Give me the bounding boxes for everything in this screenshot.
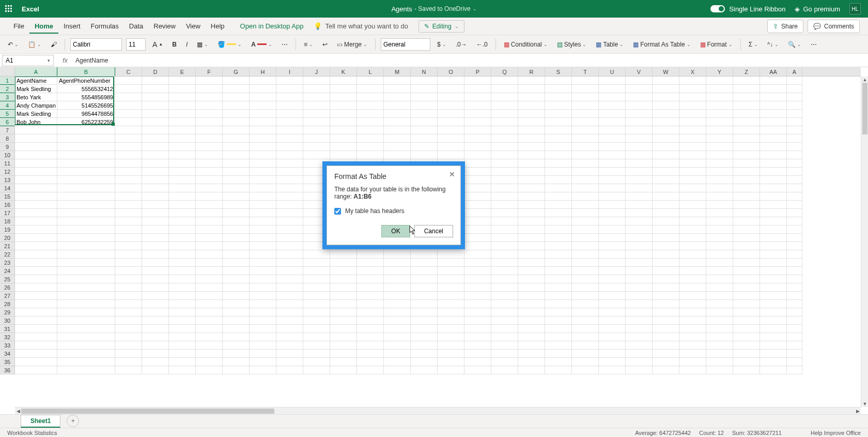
cell[interactable] (169, 143, 196, 151)
sheet-tab-sheet1[interactable]: Sheet1 (21, 415, 60, 428)
cell[interactable] (679, 209, 706, 217)
cell[interactable] (250, 242, 276, 250)
cell[interactable] (276, 292, 303, 300)
cell[interactable] (384, 110, 411, 118)
checkbox-input[interactable] (334, 208, 341, 215)
cell[interactable] (626, 350, 653, 358)
cell[interactable] (545, 275, 572, 283)
cell[interactable] (115, 192, 142, 201)
cell[interactable] (626, 126, 653, 134)
cell[interactable] (679, 77, 706, 85)
cell[interactable] (223, 118, 250, 126)
cell[interactable] (787, 308, 802, 317)
cell[interactable] (142, 358, 169, 366)
cell[interactable] (142, 234, 169, 242)
cell[interactable] (787, 317, 802, 325)
cell[interactable] (599, 209, 626, 217)
scroll-right-arrow[interactable]: ▶ (855, 408, 861, 415)
cell[interactable] (223, 350, 250, 358)
row-header-23[interactable]: 23 (0, 259, 14, 267)
cell[interactable] (733, 159, 760, 168)
cell[interactable] (196, 134, 223, 143)
cell[interactable] (169, 267, 196, 275)
cell[interactable] (330, 283, 357, 292)
cell[interactable] (464, 134, 491, 143)
cell[interactable] (572, 267, 599, 275)
cell[interactable] (545, 366, 572, 374)
cell[interactable] (706, 168, 733, 176)
cell[interactable] (491, 118, 518, 126)
cell[interactable] (787, 151, 802, 159)
cell[interactable] (706, 192, 733, 201)
cell[interactable] (653, 317, 679, 325)
cell[interactable] (196, 126, 223, 134)
cell[interactable] (626, 176, 653, 184)
cell[interactable] (438, 350, 464, 358)
cell[interactable] (733, 101, 760, 110)
cell[interactable] (250, 159, 276, 168)
cell[interactable] (276, 300, 303, 308)
cell[interactable] (250, 283, 276, 292)
cell[interactable] (733, 209, 760, 217)
cell[interactable] (357, 143, 384, 151)
cell[interactable] (169, 126, 196, 134)
cell[interactable] (518, 366, 545, 374)
cell[interactable] (57, 242, 115, 250)
cell[interactable] (57, 234, 115, 242)
cell[interactable] (169, 300, 196, 308)
cell[interactable] (411, 259, 438, 267)
vscroll-thumb[interactable] (862, 83, 867, 134)
cell[interactable] (545, 93, 572, 101)
cell[interactable] (250, 308, 276, 317)
cell[interactable] (653, 259, 679, 267)
tell-me-search[interactable]: 💡 Tell me what you want to do (314, 22, 408, 30)
cell[interactable] (545, 300, 572, 308)
cell[interactable] (384, 126, 411, 134)
ok-button[interactable]: OK (381, 225, 410, 237)
cell[interactable] (196, 101, 223, 110)
cell[interactable] (169, 93, 196, 101)
cell[interactable] (491, 209, 518, 217)
col-header-R[interactable]: R (518, 67, 545, 76)
cell[interactable] (169, 275, 196, 283)
cell[interactable] (223, 341, 250, 350)
cell[interactable] (491, 225, 518, 234)
cell[interactable] (679, 184, 706, 192)
cell[interactable] (733, 366, 760, 374)
cell[interactable] (760, 134, 787, 143)
merge-button[interactable]: ▭Merge⌄ (334, 39, 370, 50)
cell[interactable] (733, 217, 760, 225)
format-button[interactable]: ▦Format⌄ (698, 39, 735, 50)
cell[interactable] (15, 250, 57, 259)
cell[interactable] (384, 283, 411, 292)
increase-decimal-button[interactable]: .0→ (453, 39, 470, 50)
cell[interactable] (491, 308, 518, 317)
cell[interactable] (15, 209, 57, 217)
cell[interactable] (330, 110, 357, 118)
cell[interactable] (733, 292, 760, 300)
cell[interactable] (357, 151, 384, 159)
cell[interactable] (464, 151, 491, 159)
cell[interactable] (599, 350, 626, 358)
cell[interactable] (15, 134, 57, 143)
cell[interactable] (706, 201, 733, 209)
cell[interactable] (599, 366, 626, 374)
cell[interactable] (491, 101, 518, 110)
row-header-28[interactable]: 28 (0, 300, 14, 308)
cell[interactable] (760, 225, 787, 234)
cell[interactable] (384, 341, 411, 350)
cell[interactable] (545, 358, 572, 366)
cell[interactable] (464, 250, 491, 259)
cell[interactable] (491, 143, 518, 151)
cell[interactable] (57, 126, 115, 134)
column-headers[interactable]: ABCDEFGHIJKLMNOPQRSTUVWXYZAAA (15, 67, 861, 77)
cell[interactable] (276, 250, 303, 259)
cell[interactable] (545, 151, 572, 159)
cell[interactable] (57, 350, 115, 358)
row-header-6[interactable]: 6 (0, 118, 14, 126)
cell[interactable] (760, 333, 787, 341)
cell[interactable] (572, 101, 599, 110)
cell[interactable] (276, 151, 303, 159)
cell[interactable] (653, 77, 679, 85)
cell[interactable] (438, 126, 464, 134)
